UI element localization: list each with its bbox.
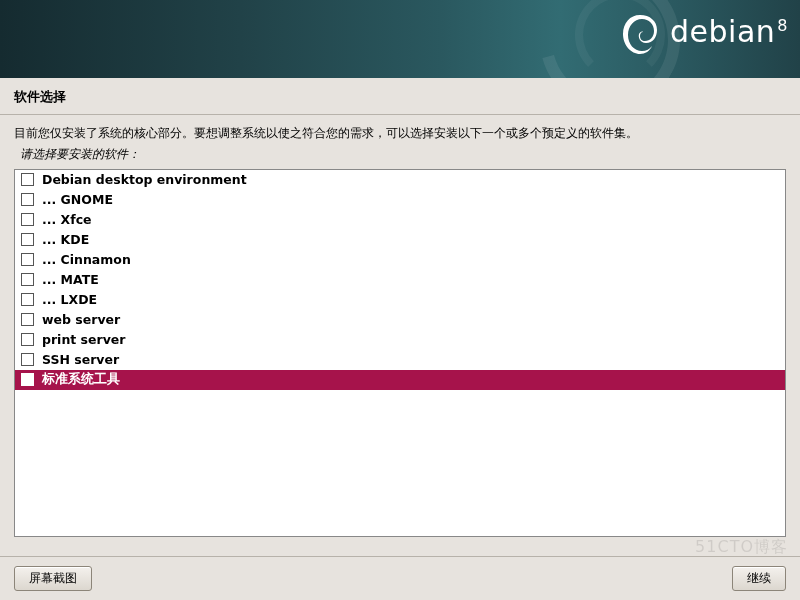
checkbox-icon[interactable] (21, 293, 34, 306)
software-item[interactable]: web server (15, 310, 785, 330)
software-item[interactable]: ... GNOME (15, 190, 785, 210)
checkbox-icon[interactable] (21, 313, 34, 326)
brand-name: debian (670, 14, 775, 49)
software-item[interactable]: ... Xfce (15, 210, 785, 230)
page-title: 软件选择 (0, 78, 800, 115)
software-item-label: ... GNOME (42, 192, 113, 207)
banner: debian8 (0, 0, 800, 78)
software-item-label: ... Xfce (42, 212, 92, 227)
checkbox-icon[interactable] (21, 373, 34, 386)
software-item[interactable]: 标准系统工具 (15, 370, 785, 390)
checkbox-icon[interactable] (21, 253, 34, 266)
brand-text: debian8 (670, 14, 786, 49)
software-item-label: ... MATE (42, 272, 99, 287)
continue-button[interactable]: 继续 (732, 566, 786, 591)
software-item-label: ... Cinnamon (42, 252, 131, 267)
debian-swirl-icon (615, 10, 665, 70)
software-selection-list[interactable]: Debian desktop environment... GNOME... X… (14, 169, 786, 537)
software-item[interactable]: SSH server (15, 350, 785, 370)
software-item-label: 标准系统工具 (42, 371, 120, 388)
software-item[interactable]: ... Cinnamon (15, 250, 785, 270)
software-item-label: print server (42, 332, 126, 347)
checkbox-icon[interactable] (21, 193, 34, 206)
checkbox-icon[interactable] (21, 353, 34, 366)
content-area: 目前您仅安装了系统的核心部分。要想调整系统以使之符合您的需求，可以选择安装以下一… (0, 115, 800, 537)
software-item-label: SSH server (42, 352, 119, 367)
screenshot-button[interactable]: 屏幕截图 (14, 566, 92, 591)
software-item-label: web server (42, 312, 120, 327)
brand-version: 8 (777, 16, 788, 35)
checkbox-icon[interactable] (21, 333, 34, 346)
bottom-bar: 屏幕截图 继续 (0, 556, 800, 600)
checkbox-icon[interactable] (21, 173, 34, 186)
software-item-label: ... LXDE (42, 292, 97, 307)
software-item[interactable]: ... MATE (15, 270, 785, 290)
software-item-label: ... KDE (42, 232, 89, 247)
software-item[interactable]: print server (15, 330, 785, 350)
checkbox-icon[interactable] (21, 233, 34, 246)
checkbox-icon[interactable] (21, 213, 34, 226)
software-item[interactable]: Debian desktop environment (15, 170, 785, 190)
software-item[interactable]: ... LXDE (15, 290, 785, 310)
description-text: 目前您仅安装了系统的核心部分。要想调整系统以使之符合您的需求，可以选择安装以下一… (14, 125, 786, 142)
prompt-text: 请选择要安装的软件： (20, 146, 786, 163)
software-item-label: Debian desktop environment (42, 172, 247, 187)
watermark: 51CTO博客 (695, 537, 788, 558)
software-item[interactable]: ... KDE (15, 230, 785, 250)
checkbox-icon[interactable] (21, 273, 34, 286)
